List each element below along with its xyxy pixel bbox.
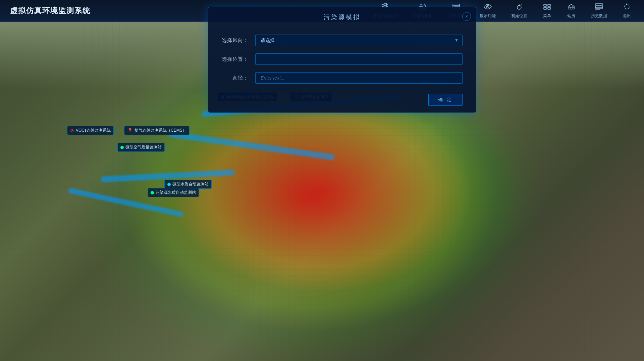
marker-air-quality[interactable]: 微型空气质量监测站 bbox=[117, 143, 165, 152]
wind-direction-wrap: 请选择北风南风东风西风东北风东南风西北风西南风 ▼ bbox=[255, 35, 463, 46]
svg-rect-14 bbox=[544, 4, 546, 6]
modal-title: 污染源模拟 bbox=[324, 14, 361, 20]
cems-icon: 📍 bbox=[127, 128, 133, 133]
svg-rect-20 bbox=[572, 7, 574, 8]
marker-micro-water[interactable]: 微型水质自动监测站 bbox=[164, 180, 212, 189]
modal-body: 选择风向： 请选择北风南风东风西风东北风东南风西北风西南风 ▼ 选择位置： 直径… bbox=[208, 26, 476, 94]
svg-rect-19 bbox=[569, 7, 570, 8]
modal-close-button[interactable]: × bbox=[462, 12, 471, 21]
micro-water-dot bbox=[167, 183, 171, 186]
location-row: 选择位置： bbox=[222, 53, 463, 65]
menu-icon bbox=[543, 3, 551, 12]
pollution-modal: 污染源模拟 × 选择风向： 请选择北风南风东风西风东北风东南风西北风西南风 ▼ … bbox=[208, 7, 476, 113]
svg-rect-17 bbox=[548, 7, 550, 9]
initial-pos-icon bbox=[515, 3, 524, 12]
svg-rect-22 bbox=[595, 6, 603, 8]
station-icon bbox=[567, 3, 576, 12]
nav-initial-pos[interactable]: 初始位置 bbox=[505, 0, 533, 21]
cems-label: 烟气连续监测系统（CEMS） bbox=[135, 128, 186, 133]
svg-point-13 bbox=[517, 5, 521, 9]
nav-station[interactable]: 站房 bbox=[561, 0, 582, 21]
marker-pollution-water[interactable]: 污染源水质自动监测站 bbox=[148, 188, 199, 197]
location-label: 选择位置： bbox=[222, 56, 249, 62]
modal-footer: 确 定 bbox=[208, 94, 476, 112]
pollution-water-label: 污染源水质自动监测站 bbox=[156, 190, 196, 195]
air-quality-label: 微型空气质量监测站 bbox=[125, 144, 162, 150]
diameter-row: 直径： bbox=[222, 72, 463, 84]
nav-exit[interactable]: 退出 bbox=[616, 0, 637, 21]
vocs-label: VOCs连续监测系统 bbox=[76, 128, 111, 133]
nav-display-func-label: 显示功能 bbox=[480, 13, 496, 19]
wind-direction-label: 选择风向： bbox=[222, 37, 249, 44]
svg-rect-21 bbox=[595, 4, 603, 5]
marker-cems[interactable]: 📍 烟气连续监测系统（CEMS） bbox=[124, 126, 190, 135]
nav-display-func[interactable]: 显示功能 bbox=[474, 0, 502, 21]
svg-point-25 bbox=[625, 4, 629, 9]
diameter-label: 直径： bbox=[222, 75, 249, 81]
air-quality-dot bbox=[120, 146, 124, 149]
modal-title-bar: 污染源模拟 × bbox=[208, 7, 476, 26]
nav-history[interactable]: 历史数据 bbox=[585, 0, 613, 21]
exit-icon bbox=[623, 3, 631, 12]
marker-vocs[interactable]: ⊘ VOCs连续监测系统 bbox=[67, 126, 114, 135]
nav-menu[interactable]: 菜单 bbox=[537, 0, 557, 21]
wind-direction-row: 选择风向： 请选择北风南风东风西风东北风东南风西北风西南风 ▼ bbox=[222, 35, 463, 46]
vocs-icon: ⊘ bbox=[70, 128, 74, 133]
diameter-wrap bbox=[255, 72, 463, 84]
nav-initial-pos-label: 初始位置 bbox=[511, 13, 527, 19]
location-input[interactable] bbox=[255, 53, 463, 65]
nav-exit-label: 退出 bbox=[623, 13, 631, 19]
nav-history-label: 历史数据 bbox=[591, 13, 607, 19]
diameter-input[interactable] bbox=[255, 72, 463, 84]
micro-water-label: 微型水质自动监测站 bbox=[172, 181, 209, 187]
nav-station-label: 站房 bbox=[567, 13, 575, 19]
app-title: 虚拟仿真环境监测系统 bbox=[0, 6, 101, 16]
pollution-water-dot bbox=[151, 191, 154, 194]
history-icon bbox=[595, 3, 603, 12]
location-wrap bbox=[255, 53, 463, 65]
svg-rect-15 bbox=[548, 4, 550, 6]
nav-menu-label: 菜单 bbox=[543, 13, 551, 19]
display-func-icon bbox=[483, 3, 492, 12]
confirm-button[interactable]: 确 定 bbox=[428, 94, 463, 106]
svg-point-12 bbox=[487, 6, 488, 7]
svg-rect-16 bbox=[544, 7, 546, 9]
river-path-2 bbox=[168, 131, 335, 160]
wind-direction-select[interactable]: 请选择北风南风东风西风东北风东南风西北风西南风 bbox=[255, 35, 463, 46]
